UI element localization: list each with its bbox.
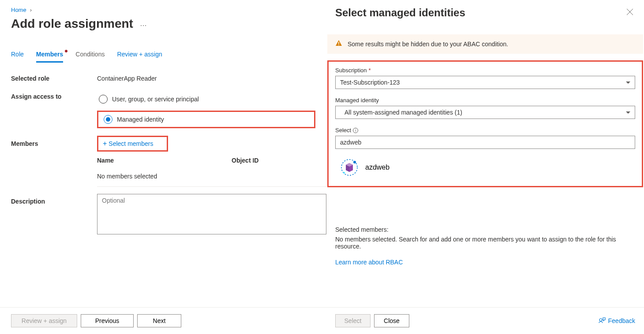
tab-conditions[interactable]: Conditions <box>75 51 105 63</box>
members-label: Members <box>11 136 97 147</box>
page-title: Add role assignment <box>11 17 133 31</box>
result-name: azdweb <box>365 163 389 171</box>
assign-access-label: Assign access to <box>11 93 97 100</box>
breadcrumb: Home › <box>11 7 315 13</box>
svg-point-4 <box>343 172 345 174</box>
subscription-label: Subscription <box>335 67 367 74</box>
plus-icon: + <box>103 140 107 148</box>
description-input[interactable] <box>97 194 326 234</box>
highlight-box-select-members: + Select members <box>97 136 168 152</box>
subscription-select[interactable]: Test-Subscription-123 <box>335 76 635 89</box>
page-header: Add role assignment … <box>11 17 315 31</box>
managed-identity-field: Managed identity All system-assigned man… <box>335 97 635 119</box>
members-row: Members + Select members <box>11 136 315 152</box>
main-content: Home › Add role assignment … Role Member… <box>0 0 326 243</box>
table-empty-state: No members selected <box>97 168 326 180</box>
radio-user-group[interactable]: User, group, or service principal <box>97 93 315 105</box>
required-icon: * <box>369 67 371 74</box>
panel-select-button: Select <box>335 314 371 327</box>
selected-members-label: Selected members: <box>335 226 635 233</box>
managed-identity-value: All system-assigned managed identities (… <box>340 109 462 116</box>
unsaved-indicator-icon <box>65 50 67 52</box>
radio-icon <box>104 115 112 124</box>
chevron-right-icon: › <box>30 7 32 13</box>
selected-role-row: Selected role ContainerApp Reader <box>11 75 315 82</box>
select-members-label: Select members <box>109 140 153 147</box>
panel-footer: Select Close Feedback <box>326 307 644 334</box>
highlight-box-managed: Managed identity <box>97 111 315 128</box>
select-label: Select <box>335 127 351 134</box>
chevron-down-icon <box>626 111 630 114</box>
panel-close-button[interactable]: Close <box>374 314 409 327</box>
warning-text: Some results might be hidden due to your… <box>348 41 508 48</box>
panel-title: Select managed identities <box>335 7 465 19</box>
more-actions-button[interactable]: … <box>140 20 147 28</box>
next-button[interactable]: Next <box>137 314 181 327</box>
tab-role[interactable]: Role <box>11 51 24 63</box>
feedback-link[interactable]: Feedback <box>599 317 635 325</box>
panel-form-highlight: Subscription * Test-Subscription-123 Man… <box>327 60 643 187</box>
radio-managed-identity[interactable]: Managed identity <box>102 113 166 126</box>
selected-members-text: No members selected. Search for and add … <box>335 236 635 250</box>
radio-user-group-label: User, group, or service principal <box>112 96 199 103</box>
feedback-icon <box>599 317 606 325</box>
svg-point-5 <box>599 319 602 321</box>
side-panel: Select managed identities Some results m… <box>326 0 644 334</box>
review-assign-button: Review + assign <box>11 314 77 327</box>
column-object-id[interactable]: Object ID <box>232 157 258 164</box>
feedback-label: Feedback <box>608 317 635 324</box>
subscription-value: Test-Subscription-123 <box>340 79 400 86</box>
radio-managed-identity-label: Managed identity <box>117 116 164 123</box>
chevron-down-icon <box>626 82 630 84</box>
previous-button[interactable]: Previous <box>81 314 134 327</box>
warning-banner: Some results might be hidden due to your… <box>327 34 643 54</box>
container-app-icon <box>340 158 359 177</box>
description-label: Description <box>11 198 97 205</box>
tabs: Role Members Conditions Review + assign <box>11 51 315 63</box>
svg-rect-1 <box>338 45 339 45</box>
managed-identity-label: Managed identity <box>335 97 379 104</box>
assign-access-row: Assign access to User, group, or service… <box>11 93 315 128</box>
column-name[interactable]: Name <box>97 157 232 164</box>
selected-members-section: Selected members: No members selected. S… <box>335 226 635 266</box>
select-search-input[interactable] <box>335 136 635 149</box>
managed-identity-select[interactable]: All system-assigned managed identities (… <box>335 106 635 119</box>
assign-access-radio-group: User, group, or service principal Manage… <box>97 93 315 128</box>
learn-more-link[interactable]: Learn more about RBAC <box>335 259 403 266</box>
info-icon[interactable]: i <box>353 128 358 133</box>
svg-rect-0 <box>338 42 339 44</box>
members-table: Name Object ID No members selected <box>97 157 326 187</box>
svg-point-3 <box>353 161 356 163</box>
panel-header: Select managed identities <box>335 7 635 19</box>
radio-icon <box>99 95 108 104</box>
warning-icon <box>335 40 342 48</box>
breadcrumb-home[interactable]: Home <box>11 7 26 13</box>
tab-members[interactable]: Members <box>36 51 63 63</box>
tab-members-label: Members <box>36 51 63 58</box>
subscription-field: Subscription * Test-Subscription-123 <box>335 67 635 89</box>
select-members-button[interactable]: + Select members <box>103 140 154 148</box>
selected-role-label: Selected role <box>11 75 97 82</box>
selected-role-value: ContainerApp Reader <box>97 75 315 82</box>
close-icon[interactable] <box>625 7 635 19</box>
search-result-item[interactable]: azdweb <box>335 158 635 177</box>
tab-review-assign[interactable]: Review + assign <box>117 51 162 63</box>
select-field: Select i <box>335 127 635 149</box>
